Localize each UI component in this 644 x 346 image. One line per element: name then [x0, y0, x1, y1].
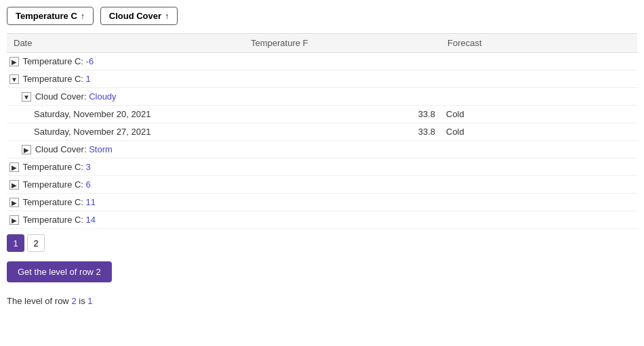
group-label: Temperature C: 1 — [22, 74, 90, 84]
group-key: Temperature C: — [22, 179, 83, 190]
group-key: Temperature C: — [22, 162, 83, 172]
page-1-button[interactable]: 1 — [7, 234, 24, 252]
group-value: 1 — [86, 74, 91, 84]
group-label: Temperature C: 11 — [22, 197, 96, 207]
sort-cloudCover-label: Cloud Cover — [109, 11, 161, 21]
expand-icon[interactable]: ▶ — [9, 57, 19, 66]
expand-icon[interactable]: ▶ — [9, 180, 19, 190]
pagination: 1 2 — [7, 234, 637, 252]
group-key: Cloud Cover: — [35, 91, 87, 102]
group-label: Temperature C: 14 — [22, 215, 96, 225]
group-key: Cloud Cover: — [35, 144, 87, 154]
expand-icon[interactable]: ▶ — [9, 215, 19, 225]
group-key: Temperature C: — [22, 215, 83, 225]
column-header-temperatureF: Temperature F — [244, 34, 441, 53]
tree-table: Date Temperature F Forecast ▶ Temperatur… — [7, 33, 637, 229]
table-row: ▶ Temperature C: 6 — [7, 176, 637, 194]
tempf-cell: 33.8 — [244, 123, 441, 141]
expand-icon[interactable]: ▶ — [22, 145, 31, 154]
sort-tempC-label: Temperature C — [16, 11, 77, 21]
forecast-cell: Cold — [441, 123, 637, 141]
sort-tempC-arrow: ↑ — [81, 12, 85, 21]
group-value: -6 — [86, 56, 94, 66]
tempf-cell: 33.8 — [244, 106, 441, 123]
table-row: Saturday, November 20, 2021 33.8 Cold — [7, 106, 637, 123]
column-header-forecast: Forecast — [441, 34, 637, 53]
result-row-num: 2 — [71, 296, 76, 306]
table-row: ▶ Cloud Cover: Storm — [7, 141, 637, 158]
group-label: Temperature C: 6 — [22, 179, 90, 190]
result-level: 1 — [87, 296, 92, 306]
sort-tempC-button[interactable]: Temperature C ↑ — [7, 7, 94, 25]
result-text: The level of row 2 is 1 — [7, 296, 637, 306]
group-value: 14 — [86, 215, 96, 225]
table-header-row: Date Temperature F Forecast — [7, 34, 637, 53]
table-row: ▼ Temperature C: 1 — [7, 70, 637, 88]
forecast-cell: Cold — [441, 106, 637, 123]
group-key: Temperature C: — [22, 56, 83, 66]
group-label: Temperature C: 3 — [22, 162, 90, 172]
table-row: ▶ Temperature C: 14 — [7, 211, 637, 229]
expand-icon[interactable]: ▶ — [9, 198, 19, 207]
sort-cloudCover-button[interactable]: Cloud Cover ↑ — [100, 7, 178, 25]
group-value: Storm — [89, 144, 113, 154]
table-row: ▶ Temperature C: 3 — [7, 158, 637, 176]
column-header-date: Date — [7, 34, 244, 53]
group-value: 11 — [86, 197, 96, 207]
group-label: Cloud Cover: Cloudy — [35, 91, 117, 102]
group-label: Cloud Cover: Storm — [35, 144, 113, 154]
group-label: Temperature C: -6 — [22, 56, 94, 66]
table-row: Saturday, November 27, 2021 33.8 Cold — [7, 123, 637, 141]
sort-buttons-container: Temperature C ↑ Cloud Cover ↑ — [7, 7, 637, 25]
group-key: Temperature C: — [22, 74, 83, 84]
sort-cloudCover-arrow: ↑ — [165, 12, 169, 21]
collapse-icon[interactable]: ▼ — [9, 74, 19, 84]
table-row: ▼ Cloud Cover: Cloudy — [7, 88, 637, 106]
table-row: ▶ Temperature C: -6 — [7, 53, 637, 70]
group-value: 3 — [86, 162, 91, 172]
date-cell: Saturday, November 20, 2021 — [7, 106, 244, 123]
group-value: 6 — [86, 179, 91, 190]
collapse-icon[interactable]: ▼ — [22, 92, 31, 102]
result-mid: is — [79, 296, 85, 306]
get-level-button[interactable]: Get the level of row 2 — [7, 261, 112, 282]
page-2-button[interactable]: 2 — [27, 234, 45, 252]
table-row: ▶ Temperature C: 11 — [7, 194, 637, 211]
group-value: Cloudy — [89, 91, 116, 102]
result-prefix: The level of row — [7, 296, 69, 306]
group-key: Temperature C: — [22, 197, 83, 207]
expand-icon[interactable]: ▶ — [9, 163, 19, 172]
date-cell: Saturday, November 27, 2021 — [7, 123, 244, 141]
